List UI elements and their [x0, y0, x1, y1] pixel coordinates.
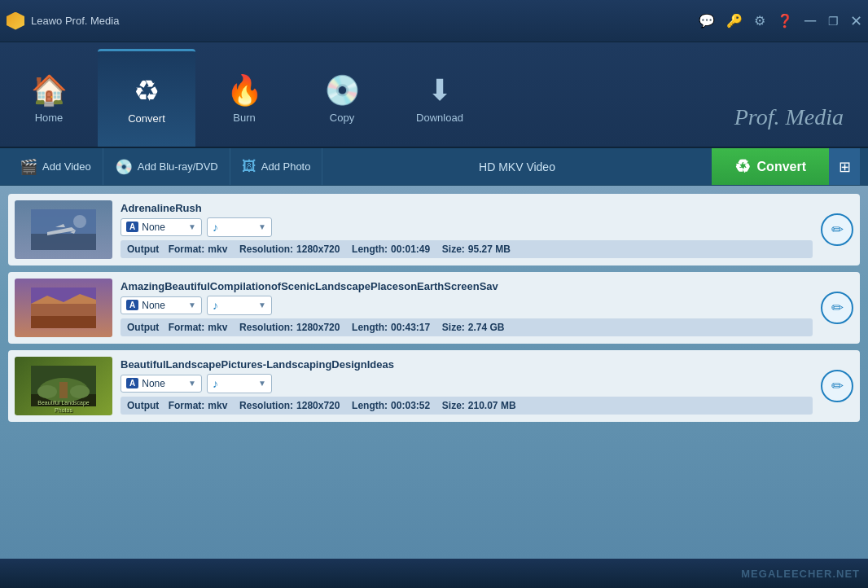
output-label-1: Output — [127, 244, 159, 255]
output-label-3: Output — [127, 400, 159, 411]
brand-text: Prof. Media — [734, 104, 844, 130]
format-value-3: mkv — [208, 400, 227, 411]
size-value-1: 95.27 MB — [468, 244, 511, 255]
toolbar-copy[interactable]: 💿 Copy — [293, 49, 391, 147]
format-label-2: Format: — [169, 322, 205, 333]
gear-icon[interactable]: ⚙ — [754, 13, 765, 29]
burn-label: Burn — [233, 112, 255, 124]
plane-thumbnail — [31, 209, 96, 250]
subtitle-value-1: None — [142, 222, 165, 233]
watermark-text: MEGALEECHER.NET — [741, 568, 860, 580]
len-label-1: Length: — [352, 244, 388, 255]
home-label: Home — [35, 112, 64, 124]
res-value-3: 1280x720 — [296, 400, 340, 411]
add-photo-icon: 🖼 — [242, 158, 256, 175]
help-icon[interactable]: ❓ — [777, 13, 793, 29]
add-bluray-button[interactable]: 💿 Add Blu-ray/DVD — [103, 148, 230, 185]
len-value-2: 00:43:17 — [391, 322, 430, 333]
audio-dropdown-1[interactable]: ♪ ▼ — [207, 217, 272, 237]
res-value-1: 1280x720 — [296, 244, 340, 255]
video-list: AdrenalineRush A None ▼ ♪ ▼ Output Forma… — [0, 186, 868, 559]
size-label-3: Size: — [442, 400, 465, 411]
format-value-2: mkv — [208, 322, 227, 333]
output-label-2: Output — [127, 322, 159, 333]
add-video-label: Add Video — [42, 160, 91, 173]
music-icon-3: ♪ — [213, 377, 218, 390]
restore-button[interactable]: ❐ — [827, 15, 839, 27]
size-label-1: Size: — [442, 244, 465, 255]
convert-label: Convert — [128, 112, 165, 125]
audio-dropdown-3[interactable]: ♪ ▼ — [207, 374, 272, 393]
format-label-3: Format: — [169, 400, 205, 411]
convert-main-label: Convert — [757, 160, 806, 174]
add-bluray-label: Add Blu-ray/DVD — [138, 160, 218, 173]
edit-button-3[interactable]: ✏ — [821, 370, 853, 402]
actionbar: 🎬 Add Video 💿 Add Blu-ray/DVD 🖼 Add Phot… — [0, 148, 868, 186]
format-display: HD MKV Video — [322, 160, 711, 173]
convert-icon: ♻ — [134, 77, 160, 106]
burn-icon: 🔥 — [226, 76, 263, 105]
toolbar-home[interactable]: 🏠 Home — [0, 49, 98, 147]
subtitle-arrow-2: ▼ — [188, 301, 196, 309]
convert-main-icon: ♻ — [734, 156, 751, 178]
edit-icon-1: ✏ — [831, 221, 844, 239]
size-label-2: Size: — [442, 322, 465, 333]
svg-rect-15 — [59, 382, 68, 398]
svg-rect-1 — [31, 234, 96, 250]
video-item-2: AmazingBeautifulCompilationofScenicLands… — [8, 272, 860, 344]
subtitle-dropdown-3[interactable]: A None ▼ — [121, 375, 202, 393]
svg-point-14 — [70, 385, 90, 398]
svg-point-13 — [37, 385, 57, 398]
statusbar: MEGALEECHER.NET — [0, 559, 868, 588]
add-bluray-icon: 💿 — [115, 158, 133, 176]
len-value-3: 00:03:52 — [391, 400, 430, 411]
edit-icon-2: ✏ — [831, 299, 844, 317]
format-label-1: Format: — [169, 244, 205, 255]
audio-arrow-2: ▼ — [258, 301, 266, 309]
svg-rect-9 — [31, 316, 96, 328]
audio-arrow-1: ▼ — [258, 222, 266, 231]
add-photo-button[interactable]: 🖼 Add Photo — [230, 148, 323, 185]
copy-label: Copy — [330, 112, 354, 124]
subtitle-dropdown-2[interactable]: A None ▼ — [121, 296, 202, 314]
size-value-2: 2.74 GB — [468, 322, 505, 333]
minimize-button[interactable]: ─ — [804, 15, 816, 27]
app-title: Leawo Prof. Media — [31, 15, 699, 27]
main-toolbar: 🏠 Home ♻ Convert 🔥 Burn 💿 Copy ⬇ Downloa… — [0, 42, 868, 148]
key-icon[interactable]: 🔑 — [726, 13, 743, 29]
add-video-icon: 🎬 — [20, 158, 37, 176]
video-name-1: AdrenalineRush — [121, 202, 813, 214]
toolbar-convert[interactable]: ♻ Convert — [98, 49, 195, 147]
res-label-2: Resolution: — [239, 322, 293, 333]
toolbar-download[interactable]: ⬇ Download — [391, 49, 489, 147]
convert-main-button[interactable]: ♻ Convert — [712, 148, 829, 185]
res-label-1: Resolution: — [239, 244, 293, 255]
home-icon: 🏠 — [31, 76, 68, 105]
edit-button-1[interactable]: ✏ — [821, 213, 853, 246]
edit-button-2[interactable]: ✏ — [821, 292, 853, 324]
titlebar: Leawo Prof. Media 💬 🔑 ⚙ ❓ ─ ❐ ✕ — [0, 0, 868, 42]
res-label-3: Resolution: — [239, 400, 293, 411]
res-value-2: 1280x720 — [296, 322, 340, 333]
video-thumb-2 — [15, 279, 112, 337]
toolbar-burn[interactable]: 🔥 Burn — [195, 49, 293, 147]
brand-area: Prof. Media — [489, 104, 868, 147]
video-output-3: Output Format: mkv Resolution: 1280x720 … — [121, 397, 813, 415]
subtitle-arrow-1: ▼ — [188, 222, 196, 231]
chat-icon[interactable]: 💬 — [699, 13, 715, 29]
download-label: Download — [416, 112, 463, 124]
edit-icon-3: ✏ — [831, 377, 844, 395]
close-button[interactable]: ✕ — [850, 15, 861, 27]
video-info-1: AdrenalineRush A None ▼ ♪ ▼ Output Forma… — [121, 202, 813, 258]
expand-button[interactable]: ⊞ — [829, 148, 860, 185]
subtitle-value-2: None — [142, 300, 165, 311]
video-output-2: Output Format: mkv Resolution: 1280x720 … — [121, 318, 813, 336]
copy-icon: 💿 — [324, 76, 361, 105]
audio-dropdown-2[interactable]: ♪ ▼ — [207, 296, 272, 315]
add-video-button[interactable]: 🎬 Add Video — [8, 148, 103, 185]
music-icon-2: ♪ — [213, 299, 218, 312]
len-value-1: 00:01:49 — [391, 244, 430, 255]
download-icon: ⬇ — [427, 76, 452, 105]
subtitle-dropdown-1[interactable]: A None ▼ — [121, 218, 202, 236]
video-name-3: BeautifulLandscapePictures-LandscapingDe… — [121, 358, 813, 371]
